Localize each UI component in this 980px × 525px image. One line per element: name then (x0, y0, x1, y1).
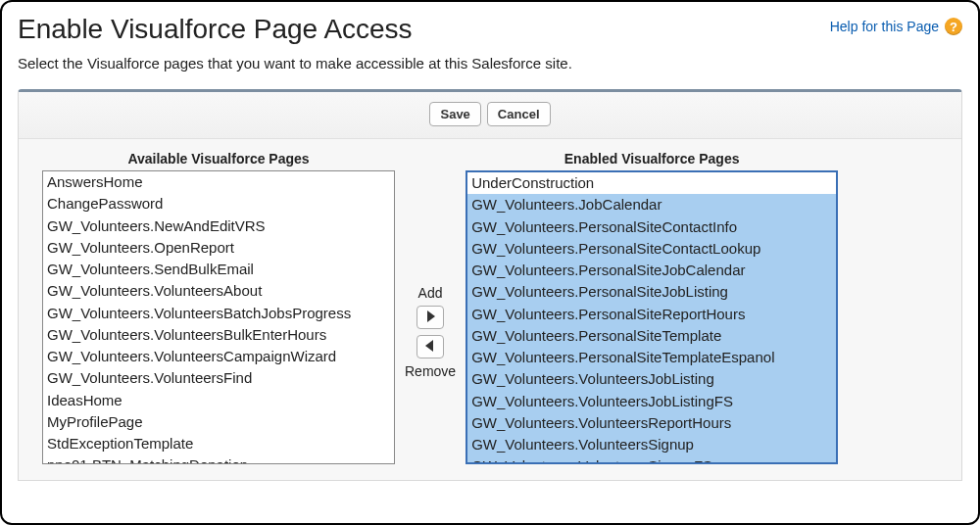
list-item[interactable]: StdExceptionTemplate (43, 433, 394, 454)
dual-listbox: Available Visualforce Pages AnswersHomeC… (19, 139, 961, 480)
list-item[interactable]: GW_Volunteers.SendBulkEmail (43, 259, 394, 280)
list-item[interactable]: GW_Volunteers.PersonalSiteJobCalendar (467, 260, 836, 281)
save-button[interactable]: Save (429, 102, 480, 126)
list-item[interactable]: GW_Volunteers.VolunteersReportHours (467, 412, 836, 434)
config-panel: Save Cancel Available Visualforce Pages … (18, 89, 962, 481)
list-item[interactable]: GW_Volunteers.PersonalSiteReportHours (467, 304, 836, 325)
list-item[interactable]: GW_Volunteers.VolunteersSignupFS (467, 455, 836, 464)
list-item[interactable]: ChangePassword (43, 193, 394, 215)
available-label: Available Visualforce Pages (127, 151, 309, 167)
list-item[interactable]: GW_Volunteers.JobCalendar (467, 194, 836, 215)
list-item[interactable]: UnderConstruction (467, 172, 836, 194)
enabled-listbox[interactable]: UnderConstructionGW_Volunteers.JobCalend… (466, 170, 838, 464)
available-listbox[interactable]: AnswersHomeChangePasswordGW_Volunteers.N… (42, 170, 395, 464)
add-button[interactable] (416, 306, 444, 329)
list-item[interactable]: GW_Volunteers.VolunteersBatchJobsProgres… (43, 303, 394, 324)
list-item[interactable]: npe01.BTN_MatchingDonation (43, 454, 394, 464)
list-item[interactable]: MyProfilePage (43, 411, 394, 433)
list-item[interactable]: GW_Volunteers.VolunteersJobListingFS (467, 391, 836, 412)
list-item[interactable]: GW_Volunteers.PersonalSiteTemplate (467, 325, 836, 347)
list-item[interactable]: AnswersHome (43, 171, 394, 193)
button-bar: Save Cancel (19, 92, 961, 139)
list-item[interactable]: GW_Volunteers.VolunteersJobListing (467, 368, 836, 390)
remove-button[interactable] (416, 335, 444, 358)
enabled-label: Enabled Visualforce Pages (564, 151, 740, 167)
arrow-left-icon (425, 338, 435, 356)
list-item[interactable]: GW_Volunteers.VolunteersCampaignWizard (43, 346, 394, 367)
remove-label: Remove (405, 363, 456, 379)
list-item[interactable]: GW_Volunteers.PersonalSiteContactInfo (467, 216, 836, 238)
cancel-button[interactable]: Cancel (487, 102, 551, 126)
list-item[interactable]: GW_Volunteers.VolunteersAbout (43, 280, 394, 302)
svg-marker-1 (425, 340, 433, 352)
list-item[interactable]: GW_Volunteers.PersonalSiteJobListing (467, 281, 836, 303)
help-link[interactable]: Help for this Page (830, 19, 939, 34)
list-item[interactable]: GW_Volunteers.NewAndEditVRS (43, 215, 394, 237)
page-title: Enable Visualforce Page Access (18, 14, 413, 45)
help-icon[interactable]: ? (945, 18, 962, 35)
list-item[interactable]: GW_Volunteers.VolunteersBulkEnterHours (43, 324, 394, 346)
list-item[interactable]: GW_Volunteers.VolunteersFind (43, 367, 394, 389)
list-item[interactable]: GW_Volunteers.OpenReport (43, 237, 394, 259)
list-item[interactable]: IdeasHome (43, 390, 394, 411)
list-item[interactable]: GW_Volunteers.PersonalSiteTemplateEspano… (467, 347, 836, 368)
svg-marker-0 (427, 310, 435, 322)
list-item[interactable]: GW_Volunteers.VolunteersSignup (467, 434, 836, 455)
page-description: Select the Visualforce pages that you wa… (18, 55, 962, 72)
add-label: Add (418, 285, 443, 301)
list-item[interactable]: GW_Volunteers.PersonalSiteContactLookup (467, 238, 836, 260)
arrow-right-icon (425, 309, 435, 326)
